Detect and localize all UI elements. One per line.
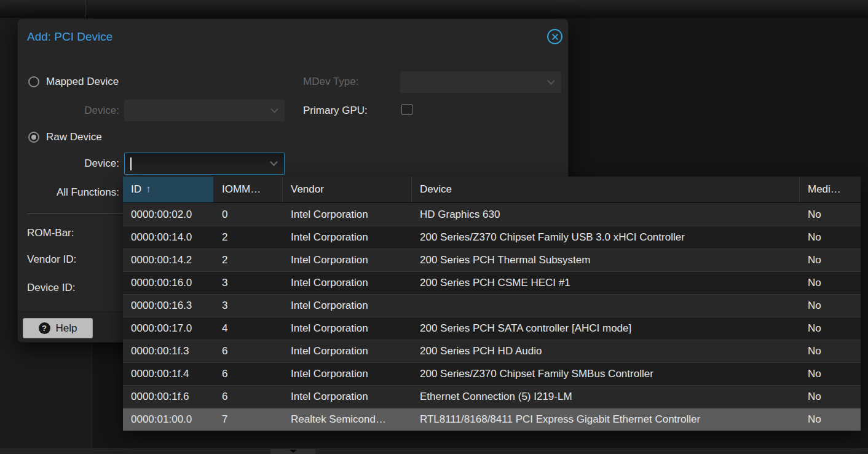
column-header-mediated[interactable]: Medi… xyxy=(800,177,861,202)
cell-iommu_group: 3 xyxy=(214,277,283,289)
cell-iommu_group: 4 xyxy=(214,322,283,335)
device-combo-input[interactable] xyxy=(124,153,285,175)
table-row[interactable]: 0000:00:1f.46Intel Corporation200 Series… xyxy=(123,362,861,385)
cell-iommu_group: 2 xyxy=(214,231,283,244)
table-row[interactable]: 0000:00:16.33Intel CorporationNo xyxy=(123,294,861,317)
column-header-vendor-label: Vendor xyxy=(291,183,324,196)
cell-iommu_group: 3 xyxy=(214,300,283,312)
table-row[interactable]: 0000:00:16.03Intel Corporation200 Series… xyxy=(123,271,861,294)
cell-mediated: No xyxy=(800,254,861,266)
cell-id: 0000:00:16.3 xyxy=(123,300,214,312)
cell-iommu_group: 2 xyxy=(214,254,283,266)
table-row[interactable]: 0000:00:1f.66Intel CorporationEthernet C… xyxy=(123,385,861,408)
close-icon[interactable] xyxy=(547,29,562,44)
all-functions-label: All Functions: xyxy=(27,186,119,199)
cell-vendor: Intel Corporation xyxy=(283,277,412,289)
column-header-vendor[interactable]: Vendor xyxy=(283,177,412,202)
cell-vendor: Intel Corporation xyxy=(283,368,412,380)
mapped-device-radio[interactable] xyxy=(28,76,39,87)
device-id-label: Device ID: xyxy=(27,282,75,294)
column-header-id-label: ID xyxy=(131,183,141,196)
cell-id: 0000:00:16.0 xyxy=(123,277,214,289)
cell-device: 200 Series PCH Thermal Subsystem xyxy=(412,254,800,266)
help-button[interactable]: ? Help xyxy=(23,318,93,338)
column-header-mediated-label: Medi… xyxy=(808,183,841,196)
background-toolbar xyxy=(0,0,868,18)
cell-id: 0000:00:02.0 xyxy=(123,209,214,221)
dropdown-header-row: ID ↑ IOMM… Vendor Device Medi… xyxy=(123,177,861,203)
chevron-down-icon xyxy=(270,105,278,113)
panel-divider-top xyxy=(85,0,85,18)
mdev-type-combo xyxy=(400,71,561,93)
cell-vendor: Intel Corporation xyxy=(283,209,412,221)
raw-device-radio[interactable] xyxy=(28,132,39,143)
table-row[interactable]: 0000:00:1f.36Intel Corporation200 Series… xyxy=(123,340,861,362)
table-row[interactable]: 0000:00:17.04Intel Corporation200 Series… xyxy=(123,317,861,340)
table-row[interactable]: 0000:00:02.00Intel CorporationHD Graphic… xyxy=(123,203,861,226)
column-header-device-label: Device xyxy=(420,183,452,196)
cell-device: 200 Series PCH SATA controller [AHCI mod… xyxy=(412,322,800,335)
cell-id: 0000:00:1f.4 xyxy=(123,368,214,380)
proxmox-screen: Add: PCI Device Mapped Device MDev Type:… xyxy=(0,0,868,454)
raw-device-radio-label[interactable]: Raw Device xyxy=(46,131,102,143)
column-header-iommu[interactable]: IOMM… xyxy=(214,177,283,202)
rom-bar-label: ROM-Bar: xyxy=(27,227,74,239)
table-row[interactable]: 0000:00:14.02Intel Corporation200 Series… xyxy=(123,226,861,249)
dialog-title: Add: PCI Device xyxy=(27,30,112,44)
cell-iommu_group: 7 xyxy=(214,413,283,426)
cell-mediated: No xyxy=(800,391,861,403)
cell-mediated: No xyxy=(800,277,861,289)
mapped-device-radio-label[interactable]: Mapped Device xyxy=(46,76,119,88)
cell-mediated: No xyxy=(800,231,861,244)
cell-iommu_group: 6 xyxy=(214,391,283,403)
cell-vendor: Intel Corporation xyxy=(283,345,412,357)
cell-device: 200 Series PCH HD Audio xyxy=(412,345,800,357)
cell-mediated: No xyxy=(800,322,861,335)
cell-mediated: No xyxy=(800,300,861,312)
cell-vendor: Intel Corporation xyxy=(283,322,412,335)
column-header-id[interactable]: ID ↑ xyxy=(123,177,214,202)
cell-device: HD Graphics 630 xyxy=(412,209,800,221)
cell-mediated: No xyxy=(800,413,861,426)
cell-vendor: Intel Corporation xyxy=(283,391,412,403)
chevron-down-icon[interactable] xyxy=(270,158,278,166)
splitter-collapse-button[interactable] xyxy=(270,448,315,454)
mapped-device-combo-label: Device: xyxy=(27,105,119,117)
text-caret xyxy=(130,157,132,170)
fieldset-separator xyxy=(27,213,124,214)
cell-id: 0000:00:14.0 xyxy=(123,231,214,244)
cell-device: 200 Series PCH CSME HECI #1 xyxy=(412,277,800,289)
cell-id: 0000:00:1f.3 xyxy=(123,345,214,357)
cell-vendor: Intel Corporation xyxy=(283,254,412,266)
help-button-label: Help xyxy=(56,322,77,335)
column-header-device[interactable]: Device xyxy=(412,177,800,202)
chevron-down-icon xyxy=(547,77,555,85)
table-row[interactable]: 0000:01:00.07Realtek Semicond…RTL8111/81… xyxy=(123,408,861,431)
table-row[interactable]: 0000:00:14.22Intel Corporation200 Series… xyxy=(123,249,861,271)
bottom-splitter[interactable] xyxy=(0,448,868,454)
vendor-id-label: Vendor ID: xyxy=(27,253,76,266)
cell-id: 0000:01:00.0 xyxy=(123,413,214,426)
cell-id: 0000:00:14.2 xyxy=(123,254,214,266)
chevron-down-icon xyxy=(290,450,297,453)
cell-id: 0000:00:17.0 xyxy=(123,322,214,335)
primary-gpu-label: Primary GPU: xyxy=(303,105,368,117)
cell-device: Ethernet Connection (5) I219-LM xyxy=(412,391,800,403)
cell-mediated: No xyxy=(800,209,861,221)
raw-device-combo-label: Device: xyxy=(27,157,119,170)
primary-gpu-checkbox[interactable] xyxy=(401,104,412,115)
mdev-type-label: MDev Type: xyxy=(303,76,358,88)
cell-iommu_group: 0 xyxy=(214,209,283,221)
mapped-device-combo xyxy=(124,100,285,121)
cell-iommu_group: 6 xyxy=(214,368,283,380)
column-header-iommu-label: IOMM… xyxy=(222,183,261,196)
cell-device: RTL8111/8168/8411 PCI Express Gigabit Et… xyxy=(412,413,800,426)
cell-mediated: No xyxy=(800,368,861,380)
cell-vendor: Intel Corporation xyxy=(283,300,412,312)
cell-mediated: No xyxy=(800,345,861,357)
question-icon: ? xyxy=(39,322,50,334)
pci-device-dropdown: ID ↑ IOMM… Vendor Device Medi… 0000:00:0… xyxy=(123,177,861,431)
sort-ascending-icon: ↑ xyxy=(146,183,151,196)
cell-device: 200 Series/Z370 Chipset Family USB 3.0 x… xyxy=(412,231,800,244)
cell-vendor: Intel Corporation xyxy=(283,231,412,244)
